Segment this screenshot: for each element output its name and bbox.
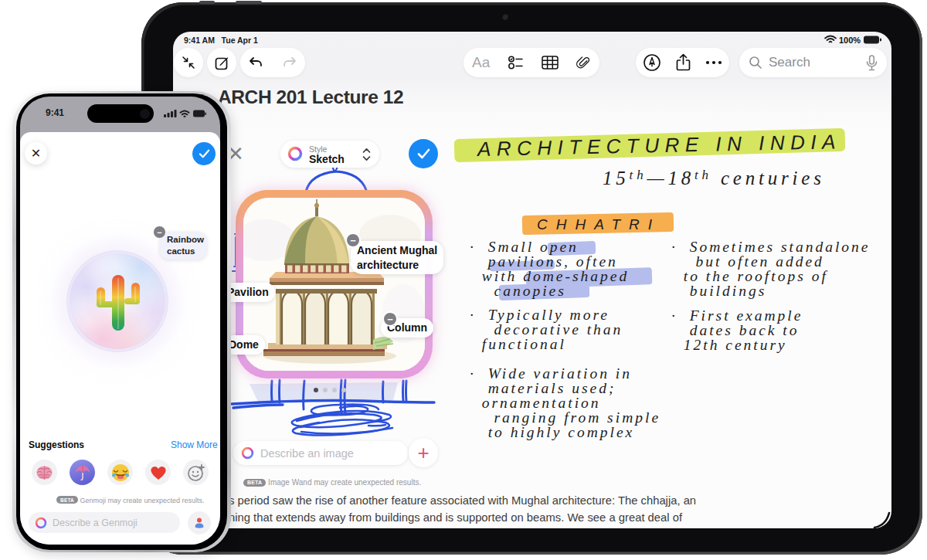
svg-text:100%: 100% [839,36,861,45]
